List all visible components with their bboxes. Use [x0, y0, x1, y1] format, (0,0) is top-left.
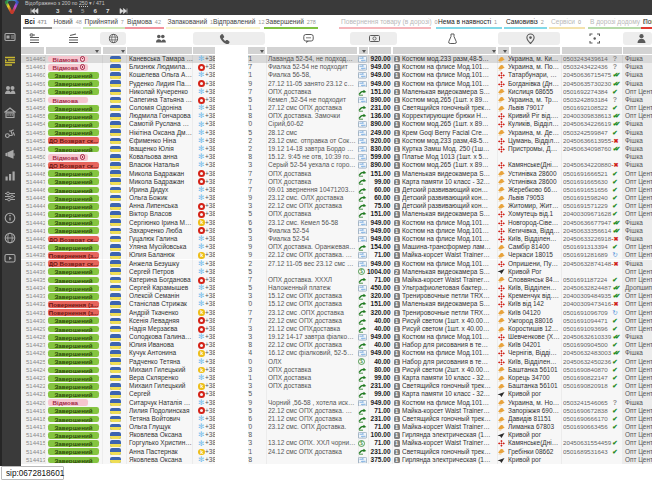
svg-text:$: $: [360, 360, 363, 365]
svg-text:$: $: [360, 441, 363, 446]
svg-text:$: $: [360, 270, 363, 275]
